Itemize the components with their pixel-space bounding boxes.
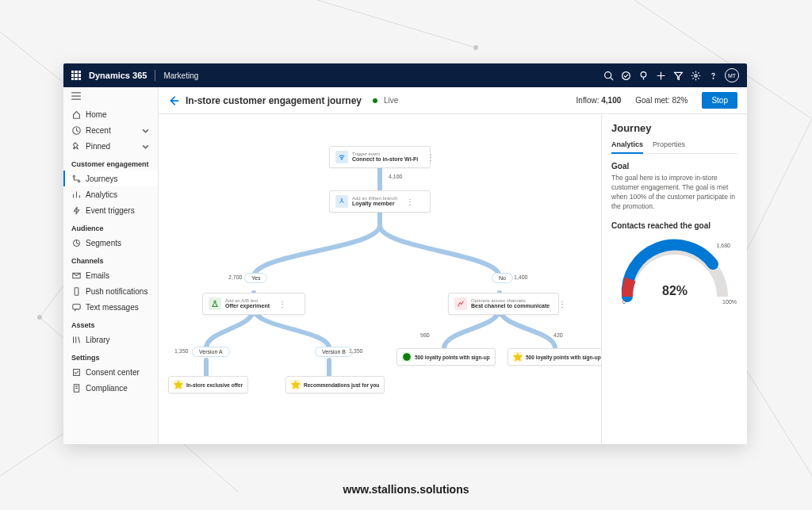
more-icon[interactable]: ⋮ xyxy=(558,300,566,309)
journey-canvas[interactable]: Trigger eventConnect to in-store Wi-Fi ⋮… xyxy=(159,114,601,444)
wifi-icon xyxy=(335,151,348,163)
svg-point-9 xyxy=(37,315,42,320)
nav-journeys[interactable]: Journeys xyxy=(63,171,158,186)
svg-line-14 xyxy=(610,77,612,79)
nav-emails[interactable]: Emails xyxy=(63,267,158,283)
flow-count: 1,350 xyxy=(349,348,363,354)
mail-icon xyxy=(71,270,81,280)
bulb-icon[interactable] xyxy=(634,67,652,84)
nav-push[interactable]: Push notifications xyxy=(63,283,158,299)
node-eyebrow: Add an A/B test xyxy=(225,298,270,304)
search-icon[interactable] xyxy=(599,67,617,84)
svg-point-27 xyxy=(78,180,79,182)
inflow: Inflow: 4,100 xyxy=(576,96,622,105)
nav-label: Library xyxy=(86,336,110,344)
optimize-icon xyxy=(454,297,467,310)
plus-icon[interactable] xyxy=(652,67,669,84)
goalmet: Goal met: 82% xyxy=(635,96,688,105)
topbar: Dynamics 365 Marketing MT xyxy=(63,63,747,87)
svg-point-16 xyxy=(641,71,646,77)
panel-tabs: Analytics Properties xyxy=(611,140,737,154)
node-loyalty-l[interactable]: 500 loyalty points with sign-up xyxy=(396,348,496,366)
svg-point-44 xyxy=(403,353,411,361)
nav-pinned[interactable]: Pinned xyxy=(63,138,158,154)
avatar[interactable]: MT xyxy=(725,68,739,82)
app-window: Dynamics 365 Marketing MT Home Recent Pi… xyxy=(63,63,747,444)
node-optimize[interactable]: Optimize across channelsBest channel to … xyxy=(448,293,559,315)
star-icon xyxy=(174,380,183,389)
hamburger-icon[interactable] xyxy=(63,87,158,106)
gauge-count: 1,680 xyxy=(716,243,730,248)
back-arrow-icon[interactable] xyxy=(168,95,179,106)
node-label: 500 loyalty points with sign-up xyxy=(415,355,490,360)
goal-label: Goal met: xyxy=(635,96,669,105)
task-icon[interactable] xyxy=(617,67,634,84)
nav-label: Analytics xyxy=(86,190,117,199)
library-icon xyxy=(71,335,81,344)
group-ce: Customer engagement xyxy=(63,154,158,171)
node-branch[interactable]: Add an if/then branchLoyalty member ⋮ xyxy=(329,190,431,213)
page-header: In-store customer engagement journey Liv… xyxy=(159,87,747,114)
gear-icon[interactable] xyxy=(687,67,704,84)
node-abtest[interactable]: Add an A/B testOffer experiment ⋮ xyxy=(202,293,305,315)
nav-consent[interactable]: Consent center xyxy=(63,364,158,380)
node-label: Offer experiment xyxy=(225,303,270,309)
filter-icon[interactable] xyxy=(669,67,687,84)
app-launcher-icon[interactable] xyxy=(71,71,81,80)
journey-icon xyxy=(71,174,81,183)
consent-icon xyxy=(71,367,81,377)
chart-icon xyxy=(71,190,81,199)
flow-count: 2,700 xyxy=(228,274,243,280)
tab-properties[interactable]: Properties xyxy=(653,140,685,153)
nav-analytics[interactable]: Analytics xyxy=(63,186,158,202)
node-trigger[interactable]: Trigger eventConnect to in-store Wi-Fi ⋮ xyxy=(329,146,431,168)
more-icon[interactable]: ⋮ xyxy=(278,300,286,309)
sidebar: Home Recent Pinned Customer engagement J… xyxy=(63,87,159,444)
node-offer-a[interactable]: In-store exclusive offer xyxy=(168,376,248,393)
nav-label: Home xyxy=(86,110,107,119)
gauge-min: 0 xyxy=(622,299,626,305)
chat-icon xyxy=(402,352,412,362)
goal-body: The goal here is to improve in-store cus… xyxy=(611,174,737,212)
svg-point-26 xyxy=(73,175,75,177)
nav-triggers[interactable]: Event triggers xyxy=(63,202,158,218)
badge-no: No xyxy=(492,273,513,283)
divider xyxy=(155,70,155,81)
nav-label: Segments xyxy=(86,239,121,247)
nav-home[interactable]: Home xyxy=(63,106,158,122)
pin-icon xyxy=(71,141,81,151)
node-eyebrow: Trigger event xyxy=(352,151,418,157)
bolt-icon xyxy=(71,205,81,215)
goal-heading: Goal xyxy=(611,162,737,171)
help-icon[interactable] xyxy=(704,67,722,84)
nav-text[interactable]: Text messages xyxy=(63,299,158,315)
nav-label: Recent xyxy=(86,126,111,135)
branch-icon xyxy=(335,195,348,208)
home-icon xyxy=(71,109,81,119)
sms-icon xyxy=(71,302,81,312)
segment-icon xyxy=(71,238,81,247)
phone-icon xyxy=(71,286,81,296)
tab-analytics[interactable]: Analytics xyxy=(611,140,643,154)
contacts-heading: Contacts reached the goal xyxy=(611,221,737,230)
svg-point-12 xyxy=(473,45,478,50)
nav-library[interactable]: Library xyxy=(63,332,158,347)
node-offer-b[interactable]: Recommendations just for you xyxy=(285,376,385,393)
more-icon[interactable]: ⋮ xyxy=(427,153,435,162)
badge-version-b: Version B xyxy=(315,347,353,357)
svg-line-6 xyxy=(317,0,476,48)
node-loyalty-r[interactable]: 500 loyalty points with sign-up xyxy=(508,348,601,366)
inflow-value: 4,100 xyxy=(601,96,621,105)
group-assets: Assets xyxy=(63,315,158,332)
node-label: Connect to in-store Wi-Fi xyxy=(352,156,418,163)
group-settings: Settings xyxy=(63,347,158,364)
stop-button[interactable]: Stop xyxy=(702,92,737,109)
nav-compliance[interactable]: Compliance xyxy=(63,380,158,396)
nav-recent[interactable]: Recent xyxy=(63,122,158,138)
svg-rect-30 xyxy=(75,287,79,294)
badge-version-a: Version A xyxy=(192,347,230,357)
nav-segments[interactable]: Segments xyxy=(63,235,158,251)
doc-icon xyxy=(71,383,81,393)
gauge-max: 100% xyxy=(722,299,737,305)
more-icon[interactable]: ⋮ xyxy=(406,197,414,206)
